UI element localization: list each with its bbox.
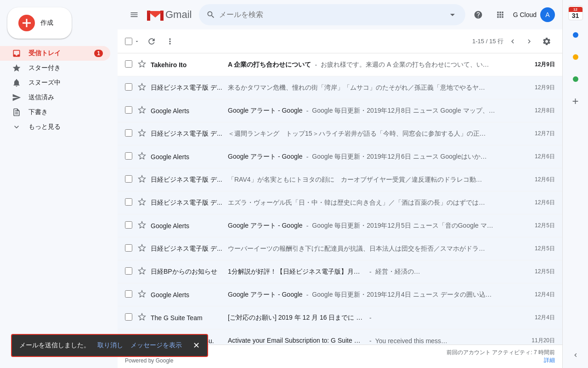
email-checkbox[interactable] — [125, 129, 132, 137]
more-options-button[interactable] — [162, 33, 178, 50]
calendar-button[interactable]: 12 31 — [566, 4, 585, 22]
email-row[interactable]: 日経ビジネス電子版 デ... 来るかタワマン危機、憧れの街「湾岸」「ムサコ」のた… — [118, 76, 562, 99]
select-all-checkbox[interactable] — [125, 38, 132, 45]
email-checkbox-area[interactable] — [125, 221, 134, 230]
sidebar-item-snoozed[interactable]: スヌーズ中 — [0, 75, 110, 90]
toast-undo-button[interactable]: 取り消し — [97, 341, 123, 350]
chevron-left-panel-icon — [572, 351, 579, 359]
expand-panel-button[interactable] — [566, 346, 585, 364]
email-checkbox-area[interactable] — [125, 60, 134, 69]
email-row[interactable]: 日経ビジネス電子版 デ... 「RAV4」が名実ともにトヨタの顔に カーオブザイ… — [118, 168, 562, 191]
apps-button[interactable] — [491, 6, 509, 24]
email-star-button[interactable] — [138, 313, 147, 323]
details-link[interactable]: 詳細 — [544, 357, 555, 363]
email-row[interactable]: 日経ビジネス電子版 デ... エズラ・ヴォーゲル氏「日・中・韓は歴史に向き合え」… — [118, 191, 562, 214]
sidebar-item-more[interactable]: もっと見る — [0, 120, 110, 134]
search-input[interactable] — [219, 11, 443, 19]
email-star-button[interactable] — [138, 198, 147, 208]
keep-button[interactable] — [566, 48, 585, 66]
email-row[interactable]: Google Alerts Google アラート - Google- Goog… — [118, 214, 562, 237]
toast-message: メールを送信しました。 — [19, 341, 90, 350]
email-sender: Google Alerts — [151, 107, 224, 115]
email-row[interactable]: The G Suite Team [ご対応のお願い] 2019 年 12 月 1… — [118, 306, 562, 329]
select-all-area[interactable] — [125, 33, 141, 50]
sidebar-item-sent[interactable]: 送信済み — [0, 90, 110, 105]
powered-by: Powered by Google — [125, 357, 173, 364]
inbox-label: 受信トレイ — [28, 49, 87, 58]
email-star-button[interactable] — [138, 244, 147, 254]
email-checkbox[interactable] — [125, 175, 132, 183]
email-checkbox[interactable] — [125, 106, 132, 114]
email-star-button[interactable] — [138, 129, 147, 139]
email-row[interactable]: Google Alerts Google アラート - Google- Goog… — [118, 99, 562, 122]
email-star-button[interactable] — [138, 221, 147, 231]
email-row[interactable]: Google Alerts Google アラート - Google- Goog… — [118, 145, 562, 168]
email-subject: Activate your Email Subscription to: G S… — [228, 337, 366, 345]
email-checkbox-area[interactable] — [125, 290, 134, 299]
last-activity-text: 前回のアカウント アクティビティ: 7 時間前 — [447, 349, 555, 356]
email-star-button[interactable] — [138, 83, 147, 93]
email-checkbox[interactable] — [125, 221, 132, 229]
email-checkbox[interactable] — [125, 60, 132, 68]
email-checkbox[interactable] — [125, 83, 132, 91]
email-checkbox[interactable] — [125, 198, 132, 206]
settings-icon — [542, 37, 551, 46]
account-area[interactable]: G Cloud A — [513, 7, 555, 22]
email-checkbox-area[interactable] — [125, 106, 134, 115]
next-page-button[interactable] — [522, 34, 537, 49]
email-star-button[interactable] — [138, 60, 147, 70]
compose-button[interactable]: 作成 — [7, 7, 72, 39]
select-dropdown-button[interactable] — [132, 33, 141, 50]
tasks-dot-icon — [573, 32, 578, 38]
settings-button[interactable] — [538, 33, 555, 50]
contacts-button[interactable] — [566, 70, 585, 88]
gmail-logo: Gmail — [147, 9, 192, 21]
topbar: Gmail G Cloud — [118, 0, 562, 29]
email-checkbox-area[interactable] — [125, 313, 134, 322]
email-row[interactable]: 日経BPからのお知らせ 1分解説が好評！【日経ビジネス電子版】月額プランお申込み… — [118, 260, 562, 283]
email-row[interactable]: Google Alerts Google アラート - Google- Goog… — [118, 283, 562, 306]
refresh-button[interactable] — [143, 33, 160, 50]
email-row[interactable]: 日経ビジネス電子版 デ... ＜週間ランキング トップ15＞ハライチ岩井が語る「… — [118, 122, 562, 145]
email-star-button[interactable] — [138, 106, 147, 116]
prev-page-button[interactable] — [505, 34, 520, 49]
email-snippet: Google 毎日更新・2019年12月6日 ニュース Googleはいか… — [312, 153, 486, 161]
pagination: 1-15 / 15 行 — [472, 33, 555, 50]
email-checkbox-area[interactable] — [125, 175, 134, 184]
email-checkbox-area[interactable] — [125, 83, 134, 92]
sidebar-item-drafts[interactable]: 下書き — [0, 105, 110, 120]
email-checkbox-area[interactable] — [125, 198, 134, 207]
email-checkbox-area[interactable] — [125, 152, 134, 161]
email-row[interactable]: Takehiro Ito A 企業の打ち合わせについて- お疲れ様です。来週の … — [118, 53, 562, 76]
help-button[interactable] — [469, 6, 487, 24]
email-checkbox-area[interactable] — [125, 244, 134, 253]
menu-button[interactable] — [125, 6, 143, 24]
email-row[interactable]: 日経ビジネス電子版 デ... ウーバーイーツの報酬引き下げに配達員が抗議、日本法… — [118, 237, 562, 260]
avatar-letter: A — [545, 11, 549, 18]
tasks-button[interactable] — [566, 26, 585, 44]
toast-close-button[interactable]: ✕ — [193, 340, 200, 351]
avatar: A — [540, 7, 555, 22]
email-date: 12月5日 — [527, 222, 555, 230]
email-star-button[interactable] — [138, 267, 147, 277]
right-panel: 12 31 + — [562, 0, 588, 368]
inbox-icon — [12, 49, 21, 58]
email-checkbox-area[interactable] — [125, 267, 134, 276]
email-checkbox[interactable] — [125, 267, 132, 275]
sidebar-item-starred[interactable]: スター付き — [0, 61, 110, 75]
email-checkbox[interactable] — [125, 152, 132, 160]
email-checkbox[interactable] — [125, 290, 132, 298]
email-checkbox[interactable] — [125, 244, 132, 252]
email-star-button[interactable] — [138, 152, 147, 162]
email-checkbox-area[interactable] — [125, 129, 134, 138]
star-icon — [12, 63, 21, 73]
toast-view-button[interactable]: メッセージを表示 — [130, 341, 182, 350]
search-dropdown-icon[interactable] — [447, 9, 458, 20]
sidebar-item-inbox[interactable]: 受信トレイ 1 — [0, 46, 110, 61]
email-checkbox[interactable] — [125, 313, 132, 321]
more-options-icon — [165, 37, 175, 46]
add-addon-button[interactable]: + — [566, 92, 585, 110]
email-date: 12月9日 — [527, 84, 555, 92]
email-star-button[interactable] — [138, 175, 147, 185]
email-star-button[interactable] — [138, 290, 147, 300]
